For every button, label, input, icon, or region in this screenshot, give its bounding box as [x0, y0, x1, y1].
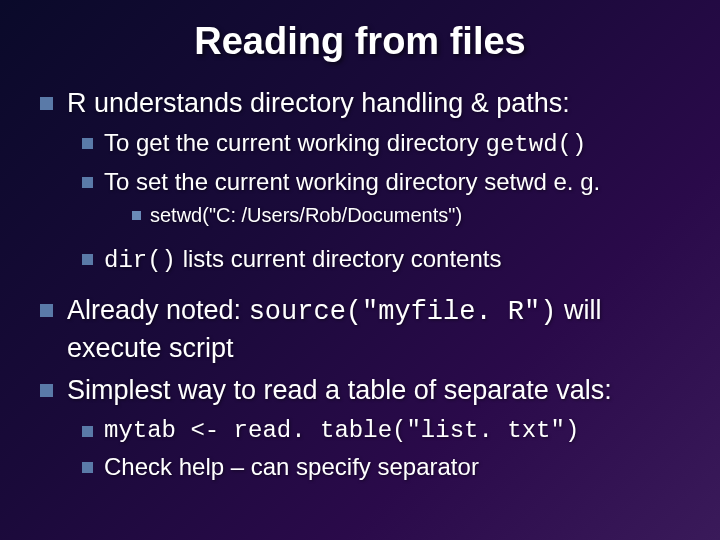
code-text: mytab <- read. table("list. txt"): [104, 415, 680, 447]
bullet-level1: Simplest way to read a table of separate…: [40, 372, 680, 408]
bullet-text: dir() lists current directory contents: [104, 243, 680, 277]
code-text: source("myfile. R"): [249, 297, 557, 327]
bullet-text: Simplest way to read a table of separate…: [67, 372, 680, 408]
bullet-level2: Check help – can specify separator: [82, 451, 680, 483]
bullet-icon: [40, 384, 53, 397]
bullet-level1: R understands directory handling & paths…: [40, 85, 680, 121]
bullet-text: setwd("C: /Users/Rob/Documents"): [150, 202, 680, 229]
code-text: getwd(): [486, 131, 587, 158]
bullet-text: To get the current working directory get…: [104, 127, 680, 161]
bullet-icon: [82, 462, 93, 473]
bullet-level1: Already noted: source("myfile. R") will …: [40, 292, 680, 367]
bullet-text: Already noted: source("myfile. R") will …: [67, 292, 680, 367]
slide: Reading from files R understands directo…: [0, 0, 720, 484]
text-part: To get the current working directory: [104, 129, 486, 156]
bullet-icon: [82, 138, 93, 149]
bullet-text: R understands directory handling & paths…: [67, 85, 680, 121]
bullet-icon: [40, 304, 53, 317]
text-part: Already noted:: [67, 295, 249, 325]
bullet-icon: [82, 254, 93, 265]
bullet-icon: [82, 177, 93, 188]
bullet-level2: mytab <- read. table("list. txt"): [82, 415, 680, 447]
text-part: lists current directory contents: [176, 245, 501, 272]
code-text: dir(): [104, 247, 176, 274]
bullet-icon: [40, 97, 53, 110]
bullet-level2: dir() lists current directory contents: [82, 243, 680, 277]
slide-title: Reading from files: [40, 20, 680, 63]
bullet-level2: To set the current working directory set…: [82, 166, 680, 198]
bullet-text: To set the current working directory set…: [104, 166, 680, 198]
bullet-icon: [82, 426, 93, 437]
bullet-icon: [132, 211, 141, 220]
bullet-text: Check help – can specify separator: [104, 451, 680, 483]
bullet-level3: setwd("C: /Users/Rob/Documents"): [132, 202, 680, 229]
bullet-level2: To get the current working directory get…: [82, 127, 680, 161]
